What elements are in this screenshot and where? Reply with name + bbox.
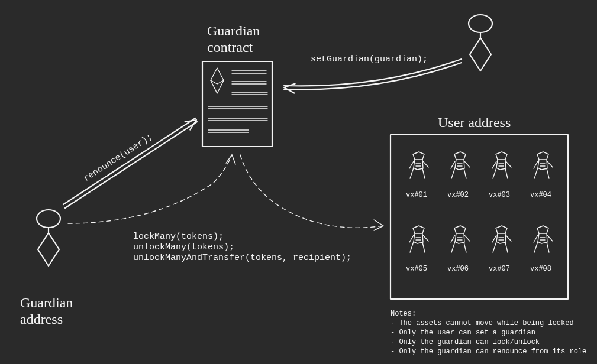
token-label: vx#04	[530, 191, 551, 199]
token-label: vx#08	[530, 265, 551, 273]
token-vx08: vx#08	[530, 226, 553, 273]
token-vx07: vx#07	[489, 226, 511, 273]
token-label: vx#02	[447, 191, 469, 199]
contract-document-icon	[202, 61, 272, 147]
user-address-label: User address	[438, 115, 511, 130]
user-person-icon	[469, 15, 492, 71]
token-vx03: vx#03	[489, 152, 511, 199]
fn-lockmany: lockMany(tokens);	[133, 232, 224, 242]
arrow-renounce	[63, 116, 199, 208]
notes-line-3: - Only the guardian can lock/unlock	[391, 338, 540, 346]
guardian-contract-label-line2: contract	[207, 40, 253, 55]
guardian-address-label-line1: Guardian	[20, 295, 73, 310]
token-label: vx#03	[489, 191, 510, 199]
token-label: vx#07	[489, 265, 510, 273]
guardian-person-icon	[37, 210, 60, 266]
token-label: vx#01	[406, 191, 427, 199]
set-guardian-label: setGuardian(guardian);	[311, 54, 428, 64]
guardian-contract-label-line1: Guardian	[207, 23, 260, 38]
notes-line-4: - Only the guardian can renounce from it…	[391, 347, 586, 356]
notes-line-1: - The assets cannot move while being loc…	[391, 319, 574, 327]
guardian-address-label-line2: address	[20, 311, 63, 327]
token-vx04: vx#04	[530, 152, 553, 199]
token-vx05: vx#05	[406, 226, 428, 273]
arrow-contract-to-useraddress-dashed	[240, 155, 383, 230]
token-label: vx#05	[406, 265, 427, 273]
fn-unlockmany: unlockMany(tokens);	[133, 242, 234, 252]
fn-unlockmanyandtransfer: unlockManyAndTransfer(tokens, recipient)…	[133, 253, 351, 263]
token-vx06: vx#06	[447, 226, 470, 273]
notes-title: Notes:	[391, 310, 416, 318]
notes-line-2: - Only the user can set a guardian	[391, 329, 535, 337]
token-vx01: vx#01	[406, 152, 428, 199]
svg-line-15	[65, 122, 197, 208]
svg-line-14	[63, 118, 195, 204]
token-vx02: vx#02	[447, 152, 470, 199]
renounce-label: renounce(user);	[82, 132, 154, 184]
token-label: vx#06	[447, 265, 469, 273]
